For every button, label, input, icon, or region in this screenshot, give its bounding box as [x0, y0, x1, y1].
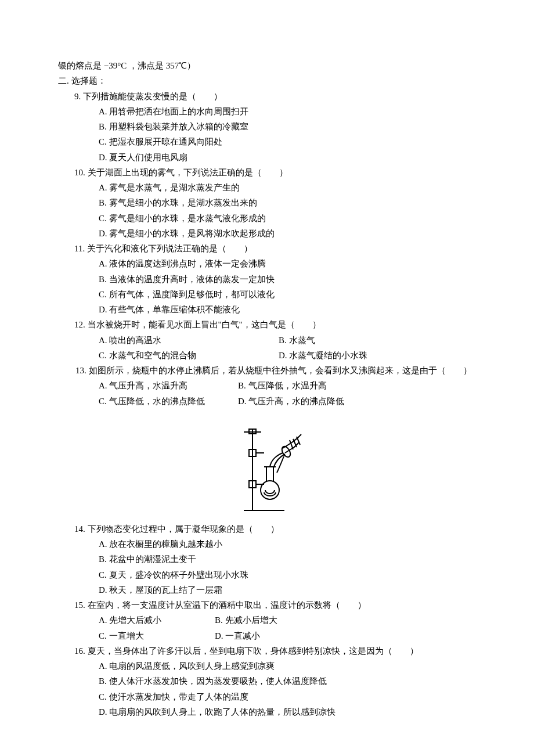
question-9-option-c: C. 把湿衣服展开晾在通风向阳处 [99, 134, 476, 149]
question-12-option-a: A. 喷出的高温水 [99, 333, 279, 348]
question-16-stem: 16. 夏天，当身体出了许多汗以后，坐到电扇下吹，身体感到特别凉快，这是因为（ … [74, 643, 476, 658]
question-9-option-a: A. 用笤帚把洒在地面上的水向周围扫开 [99, 104, 476, 119]
question-10-option-c: C. 雾气是细小的水珠，是水蒸气液化形成的 [99, 211, 476, 226]
question-11-option-a: A. 液体的温度达到沸点时，液体一定会沸腾 [99, 256, 476, 271]
question-15-stem: 15. 在室内，将一支温度计从室温下的酒精中取出，温度计的示数将（ ） [74, 597, 476, 613]
question-14-option-a: A. 放在衣橱里的樟脑丸越来越小 [99, 537, 476, 552]
question-14-option-b: B. 花盆中的潮湿泥土变干 [99, 552, 476, 567]
question-12-option-c: C. 水蒸气和空气的混合物 [99, 348, 279, 363]
question-11-option-b: B. 当液体的温度升高时，液体的蒸发一定加快 [99, 272, 476, 287]
section-title: 二. 选择题： [58, 73, 476, 88]
svg-point-8 [261, 481, 279, 499]
question-13-option-a: A. 气压升高，水温升高 [99, 378, 238, 393]
question-15-option-b: B. 先减小后增大 [215, 613, 277, 628]
question-14-stem: 14. 下列物态变化过程中，属于凝华现象的是（ ） [74, 521, 476, 537]
question-12-option-b: B. 水蒸气 [279, 333, 315, 348]
question-11-option-c: C. 所有气体，温度降到足够低时，都可以液化 [99, 287, 476, 302]
question-13-option-b: B. 气压降低，水温升高 [238, 378, 327, 393]
question-9-option-b: B. 用塑料袋包装菜并放入冰箱的冷藏室 [99, 119, 476, 134]
question-16-option-d: D. 电扇扇的风吹到人身上，吹跑了人体的热量，所以感到凉快 [99, 704, 476, 719]
question-10-stem: 10. 关于湖面上出现的雾气，下列说法正确的是（ ） [74, 165, 476, 180]
question-15-option-a: A. 先增大后减小 [99, 613, 215, 628]
question-13-option-d: D. 气压升高，水的沸点降低 [238, 394, 344, 409]
question-11-stem: 11. 关于汽化和液化下列说法正确的是（ ） [74, 241, 476, 256]
question-11-option-d: D. 有些气体，单靠压缩体积不能液化 [99, 302, 476, 317]
question-10-option-b: B. 雾气是细小的水珠，是湖水蒸发出来的 [99, 195, 476, 210]
question-14-option-d: D. 秋天，屋顶的瓦上结了一层霜 [99, 582, 476, 597]
question-10-option-a: A. 雾气是水蒸气，是湖水蒸发产生的 [99, 180, 476, 195]
question-12-stem: 12. 当水被烧开时，能看见水面上冒出"白气"，这白气是（ ） [74, 317, 476, 332]
question-16-option-c: C. 使汗水蒸发加快，带走了人体的温度 [99, 689, 476, 704]
question-9-stem: 9. 下列措施能使蒸发变慢的是（ ） [74, 89, 476, 104]
question-15-option-d: D. 一直减小 [215, 628, 260, 643]
question-13-option-c: C. 气压降低，水的沸点降低 [99, 394, 238, 409]
question-14-option-c: C. 夏天，盛冷饮的杯子外壁出现小水珠 [99, 567, 476, 582]
question-9-option-d: D. 夏天人们使用电风扇 [99, 150, 476, 165]
question-10-option-d: D. 雾气是细小的水珠，是风将湖水吹起形成的 [99, 226, 476, 241]
intro-text: 银的熔点是 −39°C ，沸点是 357℃） [58, 58, 476, 73]
question-13-stem: 13. 如图所示，烧瓶中的水停止沸腾后，若从烧瓶中往外抽气，会看到水又沸腾起来，… [58, 363, 476, 378]
question-15-option-c: C. 一直增大 [99, 628, 215, 643]
flask-apparatus-figure [229, 415, 305, 513]
question-12-option-d: D. 水蒸气凝结的小水珠 [279, 348, 367, 363]
question-16-option-a: A. 电扇的风温度低，风吹到人身上感觉到凉爽 [99, 658, 476, 674]
question-16-option-b: B. 使人体汗水蒸发加快，因为蒸发要吸热，使人体温度降低 [99, 674, 476, 689]
